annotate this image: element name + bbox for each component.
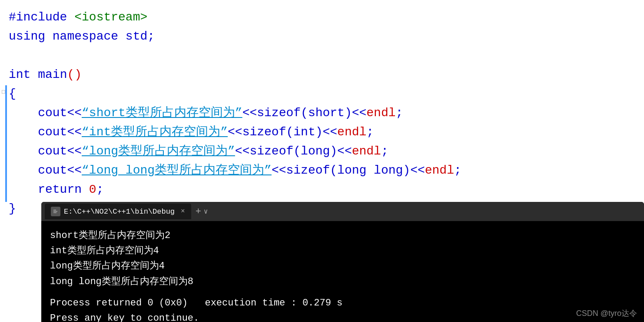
code-block-bar: [5, 85, 7, 202]
svg-rect-1: [53, 210, 56, 211]
code-string: “int类型所占内存空间为”: [82, 123, 228, 141]
code-brace-open: {: [9, 84, 16, 103]
code-text: endl: [366, 104, 395, 122]
code-line-8: cout<<“long类型所占内存空间为”<<sizeof(long)<<end…: [9, 142, 644, 161]
svg-rect-2: [53, 211, 57, 212]
code-keyword-int: int: [9, 65, 30, 84]
code-text: <<sizeof(short)<<: [242, 104, 367, 122]
terminal-process-line-1: Process returned 0 (0x0) execution time …: [50, 295, 635, 311]
fold-icon[interactable]: □: [2, 88, 5, 97]
terminal-tab-bar: E:\C++\NO2\C++1\bin\Debug × + ∨: [41, 202, 644, 221]
code-line-2: using namespace std;: [9, 27, 644, 46]
code-line-1: #include <iostream>: [9, 8, 644, 27]
code-text: cout<<: [9, 123, 82, 141]
code-text: ;: [381, 142, 388, 161]
code-text: return: [9, 180, 89, 199]
code-text: cout<<: [9, 161, 82, 180]
code-text: <<sizeof(int)<<: [228, 123, 337, 141]
code-line-3: [9, 46, 644, 65]
code-text: (): [67, 65, 82, 84]
code-text: cout<<: [9, 104, 82, 122]
svg-rect-3: [53, 212, 56, 213]
terminal-panel: E:\C++\NO2\C++1\bin\Debug × + ∨ short类型所…: [41, 202, 644, 322]
code-text: ;: [366, 123, 374, 141]
code-text: main: [30, 65, 67, 84]
code-line-4: int main(): [9, 65, 644, 84]
code-line-5: □ {: [9, 84, 644, 104]
code-brace-close: }: [9, 199, 16, 218]
terminal-output-line-3: long类型所占内存空间为4: [50, 258, 635, 274]
code-string: “short类型所占内存空间为”: [82, 104, 242, 122]
code-text: <<sizeof(long)<<: [235, 142, 352, 161]
terminal-icon: [51, 207, 60, 216]
terminal-tab[interactable]: E:\C++\NO2\C++1\bin\Debug ×: [45, 204, 191, 219]
csdn-watermark: CSDN @tyro达令: [576, 308, 637, 319]
code-text: using namespace std;: [9, 27, 155, 46]
terminal-close-button[interactable]: ×: [181, 208, 185, 215]
terminal-chevron-button[interactable]: ∨: [204, 207, 208, 216]
code-text: <<sizeof(long long)<<: [272, 161, 425, 180]
code-text: cout<<: [9, 142, 82, 161]
code-string: “long类型所占内存空间为”: [82, 142, 235, 161]
terminal-process-line-2: Press any key to continue.: [50, 311, 635, 322]
code-line-10: return 0;: [9, 180, 644, 199]
terminal-add-button[interactable]: +: [196, 206, 201, 217]
terminal-body: short类型所占内存空间为2 int类型所占内存空间为4 long类型所占内存…: [41, 221, 644, 322]
terminal-tab-label: E:\C++\NO2\C++1\bin\Debug: [64, 208, 175, 216]
code-text: endl: [425, 161, 454, 180]
code-line-7: cout<<“int类型所占内存空间为”<<sizeof(int)<<endl;: [9, 123, 644, 142]
code-text: ;: [96, 180, 104, 199]
code-text: ;: [396, 104, 403, 122]
code-text: endl: [337, 123, 366, 141]
code-number: 0: [89, 180, 96, 199]
code-line-9: cout<<“long long类型所占内存空间为”<<sizeof(long …: [9, 161, 644, 180]
code-string: “long long类型所占内存空间为”: [82, 161, 272, 180]
code-text: #include: [9, 8, 74, 27]
terminal-output-line-2: int类型所占内存空间为4: [50, 243, 635, 258]
code-editor: #include <iostream> using namespace std;…: [0, 0, 644, 205]
code-text: <iostream>: [74, 8, 147, 27]
code-text: endl: [352, 142, 381, 161]
code-text: ;: [454, 161, 461, 180]
terminal-output-line-1: short类型所占内存空间为2: [50, 228, 635, 243]
code-line-6: cout<<“short类型所占内存空间为”<<sizeof(short)<<e…: [9, 104, 644, 123]
terminal-output-line-4: long long类型所占内存空间为8: [50, 274, 635, 289]
